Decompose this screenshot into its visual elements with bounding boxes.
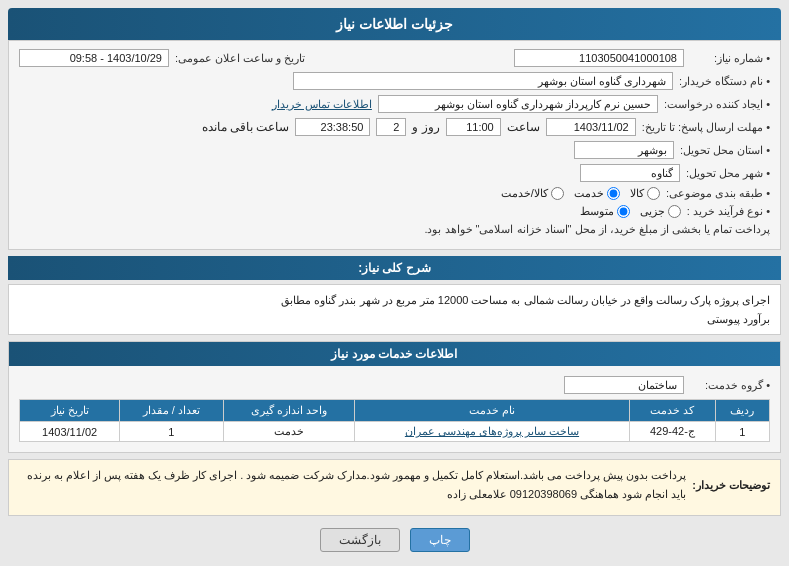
mohlat-rooz-input[interactable] xyxy=(376,118,406,136)
services-table: ردیف کد خدمت نام خدمت واحد اندازه گیری ت… xyxy=(19,399,770,442)
col-tarikh: تاریخ نیاز xyxy=(20,400,120,422)
tabaqe-label: طبقه بندی موضوعی: xyxy=(666,187,770,200)
mohlat-label: مهلت ارسال پاسخ: تا تاریخ: xyxy=(642,121,770,134)
tabaqe-khedmat[interactable]: خدمت xyxy=(574,187,620,200)
sharh-text-box: اجرای پروژه پارک رسالت واقع در خیابان رس… xyxy=(8,284,781,335)
shomareNiaz-input[interactable] xyxy=(514,49,684,67)
payment-note: پرداخت تمام یا بخشی از مبلغ خرید، از محل… xyxy=(424,223,770,236)
row-namdastgah: نام دستگاه خریدار: xyxy=(19,72,770,90)
services-inner: گروه خدمت: ردیف کد خدمت نام خدمت واحد ان… xyxy=(9,370,780,452)
nofarayand-radio-group: جزیی متوسط xyxy=(580,205,681,218)
shomareNiaz-label: شماره نیاز: xyxy=(690,52,770,65)
mohlat-saat-sep: ساعت xyxy=(507,120,540,134)
cell-name: ساخت سایر پروژه‌های مهندسی عمران xyxy=(354,422,630,442)
grouh-row: گروه خدمت: xyxy=(19,376,770,394)
grouh-input[interactable] xyxy=(564,376,684,394)
row-tabaqe: طبقه بندی موضوعی: کالا خدمت کالا/خدمت xyxy=(19,187,770,200)
table-header-row: ردیف کد خدمت نام خدمت واحد اندازه گیری ت… xyxy=(20,400,770,422)
col-radif: ردیف xyxy=(715,400,769,422)
col-kod: کد خدمت xyxy=(630,400,715,422)
notes-section: توضیحات خریدار: پرداخت بدون پیش پرداخت م… xyxy=(8,459,781,515)
page-title: جزئیات اطلاعات نیاز xyxy=(336,16,453,32)
tabaqe-kalakhedmat-radio[interactable] xyxy=(551,187,564,200)
cell-tedad: 1 xyxy=(120,422,223,442)
mohlat-rooz-sep: روز و xyxy=(412,120,439,134)
nofarayand-label: نوع فرآیند خرید : xyxy=(687,205,770,218)
tabaqe-kala[interactable]: کالا xyxy=(630,187,660,200)
tabaqe-kalakhedmat[interactable]: کالا/خدمت xyxy=(501,187,564,200)
ostan-input[interactable] xyxy=(574,141,674,159)
nofarayand-motavaset-radio[interactable] xyxy=(617,205,630,218)
row-nofarayand: نوع فرآیند خرید : جزیی متوسط xyxy=(19,205,770,218)
nofarayand-jozi[interactable]: جزیی xyxy=(640,205,681,218)
tarikh-input[interactable] xyxy=(19,49,169,67)
tabaqe-khedmat-radio[interactable] xyxy=(607,187,620,200)
shahr-input[interactable] xyxy=(580,164,680,182)
shahr-label: شهر محل تحویل: xyxy=(686,167,770,180)
sharh-section: شرح کلی نیاز: اجرای پروژه پارک رسالت واق… xyxy=(8,256,781,335)
services-table-container: ردیف کد خدمت نام خدمت واحد اندازه گیری ت… xyxy=(19,399,770,442)
cell-vahed: خدمت xyxy=(223,422,354,442)
namdastgah-label: نام دستگاه خریدار: xyxy=(679,75,770,88)
mohlat-baqi-label: ساعت باقی مانده xyxy=(202,120,290,134)
col-tedad: تعداد / مقدار xyxy=(120,400,223,422)
etela-link[interactable]: اطلاعات تماس خریدار xyxy=(272,98,372,111)
col-vahed: واحد اندازه گیری xyxy=(223,400,354,422)
row-ostan: استان محل تحویل: xyxy=(19,141,770,159)
cell-radif: 1 xyxy=(715,422,769,442)
notes-text: پرداخت بدون پیش پرداخت می باشد.استعلام ک… xyxy=(19,466,686,503)
tabaqe-radio-group: کالا خدمت کالا/خدمت xyxy=(501,187,660,200)
cell-kod: ج-42-429 xyxy=(630,422,715,442)
row-shahr: شهر محل تحویل: xyxy=(19,164,770,182)
mohlat-baqi-input[interactable] xyxy=(295,118,370,136)
namdastgah-input[interactable] xyxy=(293,72,673,90)
sharh-text2: برآورد پیوستی xyxy=(19,310,770,329)
form-section: شماره نیاز: تاریخ و ساعت اعلان عمومی: نا… xyxy=(8,40,781,250)
cell-tarikh: 1403/11/02 xyxy=(20,422,120,442)
action-buttons: چاپ بازگشت xyxy=(8,522,781,558)
services-section: اطلاعات خدمات مورد نیاز گروه خدمت: ردیف … xyxy=(8,341,781,453)
print-button[interactable]: چاپ xyxy=(410,528,470,552)
row-mohlat: مهلت ارسال پاسخ: تا تاریخ: ساعت روز و سا… xyxy=(19,118,770,136)
tarikh-label: تاریخ و ساعت اعلان عمومی: xyxy=(175,52,305,65)
nofarayand-motavaset[interactable]: متوسط xyxy=(580,205,630,218)
tabaqe-kala-radio[interactable] xyxy=(647,187,660,200)
notes-row: توضیحات خریدار: پرداخت بدون پیش پرداخت م… xyxy=(19,466,770,503)
sharh-title: شرح کلی نیاز: xyxy=(8,256,781,280)
back-button[interactable]: بازگشت xyxy=(320,528,400,552)
grouh-label: گروه خدمت: xyxy=(690,379,770,392)
col-name: نام خدمت xyxy=(354,400,630,422)
mohlat-saat-input[interactable] xyxy=(446,118,501,136)
nofarayand-jozi-radio[interactable] xyxy=(668,205,681,218)
ijad-input[interactable] xyxy=(378,95,658,113)
mohlat-date-input[interactable] xyxy=(546,118,636,136)
row-ijad: ایجاد کننده درخواست: اطلاعات تماس خریدار xyxy=(19,95,770,113)
row-payment-note: پرداخت تمام یا بخشی از مبلغ خرید، از محل… xyxy=(19,223,770,236)
page-header: جزئیات اطلاعات نیاز xyxy=(8,8,781,40)
ostan-label: استان محل تحویل: xyxy=(680,144,770,157)
notes-label: توضیحات خریدار: xyxy=(692,479,770,492)
sharh-text1: اجرای پروژه پارک رسالت واقع در خیابان رس… xyxy=(19,291,770,310)
services-title: اطلاعات خدمات مورد نیاز xyxy=(9,342,780,366)
ijad-label: ایجاد کننده درخواست: xyxy=(664,98,770,111)
table-row: 1ج-42-429ساخت سایر پروژه‌های مهندسی عمرا… xyxy=(20,422,770,442)
row-shomareNiaz: شماره نیاز: تاریخ و ساعت اعلان عمومی: xyxy=(19,49,770,67)
